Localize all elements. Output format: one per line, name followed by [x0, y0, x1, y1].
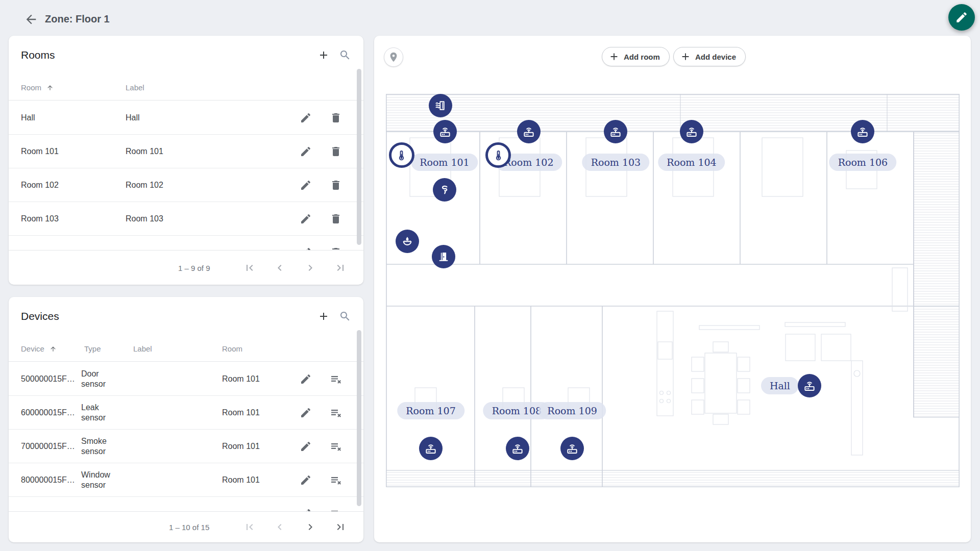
delete-room-button[interactable] — [327, 243, 345, 251]
edit-room-button[interactable] — [297, 210, 315, 228]
sort-ascending-icon — [46, 84, 54, 91]
column-header-label[interactable]: Label — [126, 83, 144, 92]
device-id-cell: 700000015F… — [21, 442, 81, 451]
playlist-remove-icon — [330, 407, 342, 419]
last-page-icon — [334, 521, 347, 533]
playlist-remove-icon — [330, 373, 342, 385]
window-vent-icon — [433, 98, 448, 113]
previous-page-button[interactable] — [270, 258, 290, 278]
devices-page-range: 1 – 10 of 15 — [169, 523, 209, 532]
last-page-button[interactable] — [330, 258, 351, 278]
router-marker[interactable] — [798, 374, 821, 397]
back-button[interactable] — [23, 12, 39, 28]
room-label-cell: Room 102 — [126, 181, 297, 190]
column-header-room[interactable]: Room — [222, 344, 242, 353]
column-header-type[interactable]: Type — [84, 344, 101, 353]
router-icon — [510, 441, 525, 456]
edit-device-button[interactable] — [297, 370, 315, 388]
room-chip[interactable]: Room 109 — [538, 402, 606, 419]
edit-room-button[interactable] — [297, 142, 315, 161]
playlist-remove-icon — [330, 440, 342, 453]
device-room-cell: Room 101 — [222, 475, 297, 485]
temperature-sensor-marker[interactable] — [485, 142, 511, 168]
door-sensor-marker[interactable] — [432, 245, 455, 268]
pencil-icon — [300, 440, 312, 453]
delete-room-button[interactable] — [327, 210, 345, 228]
edit-room-button[interactable] — [297, 176, 315, 194]
room-table-row: Room 103 Room 103 — [9, 202, 363, 236]
column-header-room[interactable]: Room — [21, 83, 54, 92]
next-page-button[interactable] — [300, 258, 321, 278]
remove-device-button[interactable] — [327, 437, 345, 456]
devices-scrollbar[interactable] — [357, 330, 361, 506]
add-room-table-button[interactable] — [314, 46, 333, 64]
leak-sensor-marker[interactable] — [396, 230, 419, 253]
room-chip[interactable]: Room 104 — [658, 154, 725, 171]
delete-room-button[interactable] — [327, 109, 345, 127]
add-device-table-button[interactable] — [314, 307, 333, 325]
remove-device-button[interactable] — [327, 370, 345, 388]
router-icon — [802, 379, 817, 393]
chevron-right-icon — [304, 521, 316, 533]
remove-device-button[interactable] — [327, 471, 345, 489]
smoke-sensor-marker[interactable] — [433, 178, 456, 202]
router-marker[interactable] — [419, 437, 443, 460]
device-id-cell: 500000015F… — [21, 374, 81, 384]
device-type-cell: Leak sensor — [81, 403, 127, 423]
room-chip[interactable]: Room 106 — [829, 154, 897, 171]
room-table-row: Room 101 Room 101 — [9, 135, 363, 168]
edit-device-button[interactable] — [297, 437, 315, 456]
room-chip[interactable]: Room 101 — [411, 154, 478, 171]
devices-panel-title: Devices — [21, 310, 59, 322]
temperature-sensor-marker[interactable] — [389, 142, 414, 168]
router-marker[interactable] — [604, 120, 627, 143]
router-marker[interactable] — [506, 437, 529, 460]
edit-device-button[interactable] — [297, 505, 315, 512]
room-chip[interactable]: Room 103 — [582, 154, 650, 171]
pencil-icon — [300, 474, 312, 486]
device-table-row: 500000015F… Door sensor Room 101 — [9, 362, 363, 396]
room-name-cell: Hall — [21, 113, 126, 122]
rooms-scrollbar[interactable] — [357, 69, 361, 245]
router-marker[interactable] — [560, 437, 584, 460]
edit-device-button[interactable] — [297, 404, 315, 422]
router-marker[interactable] — [680, 120, 703, 143]
devices-search-button[interactable] — [336, 307, 354, 325]
pencil-icon — [300, 213, 312, 225]
playlist-remove-icon — [330, 508, 342, 512]
previous-page-button[interactable] — [270, 517, 290, 537]
playlist-remove-icon — [330, 474, 342, 486]
room-chip[interactable]: Room 107 — [397, 402, 464, 419]
column-header-label[interactable]: Label — [133, 344, 152, 353]
first-page-button[interactable] — [239, 258, 260, 278]
remove-device-button[interactable] — [327, 404, 345, 422]
door-icon — [436, 249, 451, 264]
sort-ascending-icon — [50, 345, 57, 353]
search-icon — [339, 310, 351, 322]
thermometer-icon — [395, 148, 408, 162]
first-page-button[interactable] — [239, 517, 260, 537]
column-header-device[interactable]: Device — [21, 344, 57, 353]
edit-zone-fab[interactable] — [948, 4, 975, 31]
page-header: Zone: Floor 1 — [0, 0, 980, 36]
delete-room-button[interactable] — [327, 176, 345, 194]
router-marker[interactable] — [433, 120, 457, 143]
edit-device-button[interactable] — [297, 471, 315, 489]
rooms-panel: Rooms Room Label Hall Hall Room 101 Room… — [9, 36, 363, 285]
floorplan-panel: Add room Add device Room 101Room 102Room… — [374, 36, 971, 542]
rooms-search-button[interactable] — [336, 46, 354, 64]
edit-room-button[interactable] — [297, 243, 315, 251]
window-sensor-marker[interactable] — [429, 94, 452, 117]
remove-device-button[interactable] — [327, 505, 345, 512]
delete-room-button[interactable] — [327, 142, 345, 161]
chevron-right-icon — [304, 262, 316, 274]
router-marker[interactable] — [517, 120, 541, 143]
next-page-button[interactable] — [300, 517, 321, 537]
edit-room-button[interactable] — [297, 109, 315, 127]
room-chip[interactable]: Hall — [761, 377, 799, 394]
trash-icon — [330, 213, 342, 225]
last-page-button[interactable] — [330, 517, 351, 537]
router-marker[interactable] — [851, 120, 874, 143]
devices-table-header: Device Type Label Room — [9, 337, 363, 362]
pencil-icon — [300, 407, 312, 419]
